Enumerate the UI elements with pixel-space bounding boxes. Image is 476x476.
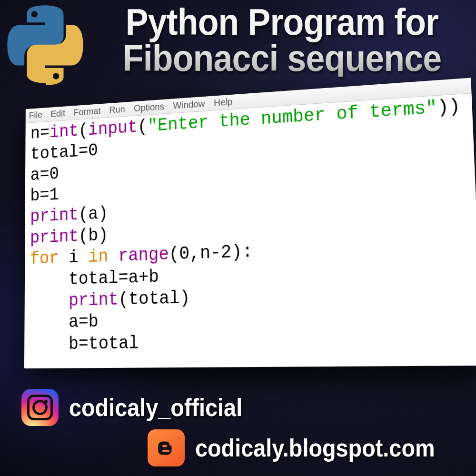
code-token: a=0 [30,164,60,185]
code-token: int [50,121,79,142]
code-token: (total) [119,288,190,309]
instagram-row: codicaly_official [21,389,262,426]
code-token: range [118,244,169,266]
code-token: a=b [30,311,99,333]
code-token: ( [79,120,88,140]
menu-run[interactable]: Run [109,104,125,115]
title-line-2: Fibonacci sequence [123,37,441,79]
blogger-row: codicaly.blogspot.com [148,429,462,466]
code-token: print [69,289,119,311]
code-token: print [30,205,79,227]
instagram-handle: codicaly_official [69,393,242,422]
python-logo-icon [5,5,86,86]
code-token: (b) [79,225,108,246]
page-title: Python Program for Fibonacci sequence [108,4,456,77]
code-token [108,246,118,267]
code-token: total=a+b [30,267,159,290]
menu-format[interactable]: Format [74,106,101,118]
code-token: b=1 [30,185,59,206]
menu-file[interactable]: File [29,110,42,121]
code-token: b=total [30,333,139,354]
code-token: i [59,247,89,268]
editor-wrapper: File Edit Format Run Options Window Help… [7,93,469,378]
blogger-icon [148,429,185,466]
code-token: print [30,226,79,248]
code-token: for [30,248,59,268]
code-token: in [89,247,109,267]
menu-options[interactable]: Options [134,101,164,114]
code-token: ( [138,117,148,137]
blog-url: codicaly.blogspot.com [195,434,435,462]
menu-help[interactable]: Help [214,97,233,109]
code-token: (0,n-2): [169,241,253,265]
title-line-1: Python Program for [126,1,438,43]
code-area: n=int(input("Enter the number of terms")… [24,93,476,368]
menu-window[interactable]: Window [173,99,205,111]
code-token [30,290,69,311]
idle-editor-window: File Edit Format Run Options Window Help… [24,78,476,368]
footer: codicaly_official codicaly.blogspot.com [0,381,476,476]
code-token: input [88,117,138,140]
code-token: n= [30,123,50,143]
code-token: total=0 [30,141,98,164]
menu-edit[interactable]: Edit [50,108,65,119]
instagram-icon [21,389,59,426]
code-token: (a) [79,204,108,225]
code-token: )) [437,96,461,118]
